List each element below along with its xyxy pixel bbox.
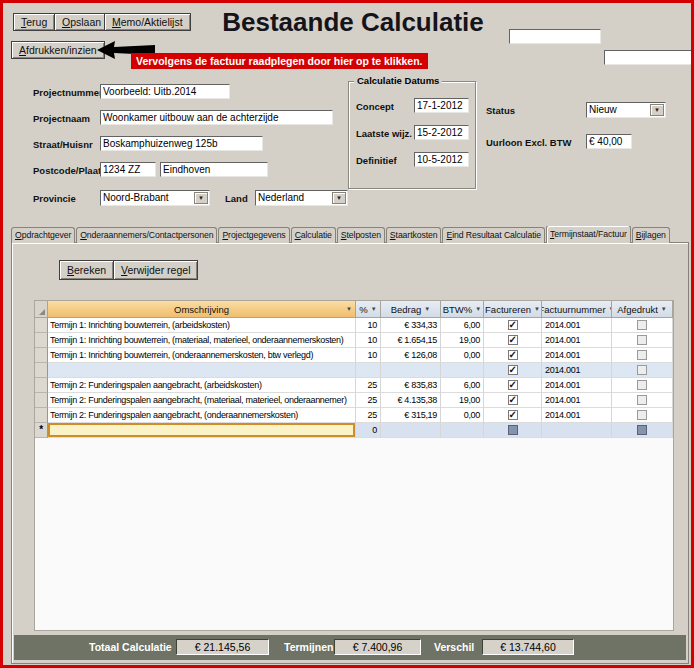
afgedrukt-checkbox[interactable] bbox=[637, 335, 647, 345]
filter-arrow-icon[interactable]: ▼ bbox=[534, 306, 540, 312]
btw-cell[interactable]: 19,00 bbox=[441, 393, 484, 408]
select-all-cell[interactable] bbox=[35, 301, 48, 318]
btw-cell[interactable]: 6,00 bbox=[441, 378, 484, 393]
pct-cell[interactable]: 25 bbox=[356, 393, 381, 408]
bedrag-cell[interactable] bbox=[381, 423, 441, 438]
afgedrukt-checkbox[interactable] bbox=[637, 425, 647, 435]
terug-button[interactable]: Terug bbox=[13, 13, 55, 31]
pct-cell[interactable]: 10 bbox=[356, 348, 381, 363]
tab-staartkosten[interactable]: Staartkosten bbox=[386, 227, 442, 243]
bereken-button[interactable]: Bereken bbox=[59, 260, 114, 280]
afgedrukt-cell[interactable] bbox=[612, 393, 673, 408]
bedrag-cell[interactable]: € 4.135,38 bbox=[381, 393, 441, 408]
afgedrukt-cell[interactable] bbox=[612, 363, 673, 378]
afgedrukt-checkbox[interactable] bbox=[637, 380, 647, 390]
afgedrukt-cell[interactable] bbox=[612, 348, 673, 363]
bedrag-cell[interactable]: € 315,19 bbox=[381, 408, 441, 423]
column-header-bedrag[interactable]: Bedrag▼ bbox=[381, 301, 441, 318]
factureren-cell[interactable] bbox=[484, 318, 542, 333]
btw-cell[interactable]: 6,00 bbox=[441, 318, 484, 333]
filter-arrow-icon[interactable]: ▼ bbox=[475, 306, 481, 312]
definitief-date-input[interactable]: 10-5-2012 bbox=[414, 152, 469, 167]
row-selector[interactable] bbox=[35, 393, 48, 408]
filter-arrow-icon[interactable]: ▼ bbox=[661, 306, 667, 312]
btw-cell[interactable]: 0,00 bbox=[441, 408, 484, 423]
factuurnummer-cell[interactable]: 2014.001 bbox=[542, 333, 612, 348]
opslaan-button[interactable]: Opslaan bbox=[54, 13, 109, 31]
column-header--[interactable]: %▼ bbox=[356, 301, 381, 318]
factureren-checkbox[interactable] bbox=[508, 395, 518, 405]
afgedrukt-cell[interactable] bbox=[612, 318, 673, 333]
factureren-checkbox[interactable] bbox=[508, 425, 518, 435]
omschrijving-cell[interactable] bbox=[48, 363, 356, 378]
factuurnummer-cell[interactable]: 2014.001 bbox=[542, 318, 612, 333]
factureren-checkbox[interactable] bbox=[508, 410, 518, 420]
pct-cell[interactable]: 25 bbox=[356, 378, 381, 393]
filter-arrow-icon[interactable]: ▼ bbox=[371, 306, 377, 312]
chevron-down-icon[interactable]: ▼ bbox=[332, 192, 346, 204]
column-header-btw-[interactable]: BTW%▼ bbox=[441, 301, 484, 318]
factureren-cell[interactable] bbox=[484, 423, 542, 438]
btw-cell[interactable] bbox=[441, 423, 484, 438]
tab-projectgegevens[interactable]: Projectgegevens bbox=[218, 227, 289, 243]
omschrijving-cell[interactable]: Termijn 2: Funderingspalen aangebracht, … bbox=[48, 378, 356, 393]
omschrijving-cell[interactable]: Termijn 1: Inrichting bouwterrein, (onde… bbox=[48, 348, 356, 363]
chevron-down-icon[interactable]: ▼ bbox=[194, 192, 208, 204]
pct-cell[interactable]: 10 bbox=[356, 333, 381, 348]
factuurnummer-cell[interactable]: 2014.001 bbox=[542, 408, 612, 423]
pct-cell[interactable]: 25 bbox=[356, 408, 381, 423]
header-field-2[interactable] bbox=[604, 50, 692, 65]
btw-cell[interactable]: 0,00 bbox=[441, 348, 484, 363]
projectnaam-input[interactable]: Woonkamer uitbouw aan de achterzijde bbox=[100, 110, 333, 125]
factureren-cell[interactable] bbox=[484, 333, 542, 348]
factureren-checkbox[interactable] bbox=[508, 365, 518, 375]
row-selector[interactable] bbox=[35, 333, 48, 348]
afgedrukt-checkbox[interactable] bbox=[637, 365, 647, 375]
afgedrukt-checkbox[interactable] bbox=[637, 410, 647, 420]
factuurnummer-cell[interactable]: 2014.001 bbox=[542, 378, 612, 393]
bedrag-cell[interactable]: € 334,33 bbox=[381, 318, 441, 333]
btw-cell[interactable] bbox=[441, 363, 484, 378]
bedrag-cell[interactable]: € 1.654,15 bbox=[381, 333, 441, 348]
column-header-afgedrukt[interactable]: Afgedrukt▼ bbox=[612, 301, 673, 318]
filter-arrow-icon[interactable]: ▼ bbox=[346, 306, 352, 312]
column-header-omschrijving[interactable]: Omschrijving▼ bbox=[48, 301, 356, 318]
concept-date-input[interactable]: 17-1-2012 bbox=[414, 98, 469, 113]
afdrukken-inzien-button[interactable]: Afdrukken/inzien bbox=[11, 41, 105, 59]
column-header-factuurnummer[interactable]: Factuurnummer▼ bbox=[542, 301, 612, 318]
row-selector[interactable] bbox=[35, 408, 48, 423]
laatste-wijz-date-input[interactable]: 15-2-2012 bbox=[414, 125, 469, 140]
tab-bijlagen[interactable]: Bijlagen bbox=[632, 227, 670, 243]
factureren-cell[interactable] bbox=[484, 378, 542, 393]
land-dropdown[interactable]: Nederland ▼ bbox=[255, 190, 348, 206]
tab-termijnstaat-factuur[interactable]: Termijnstaat/Factuur bbox=[546, 226, 631, 243]
afgedrukt-checkbox[interactable] bbox=[637, 320, 647, 330]
factureren-cell[interactable] bbox=[484, 408, 542, 423]
uurloon-input[interactable]: € 40,00 bbox=[586, 134, 632, 149]
tab-stelposten[interactable]: Stelposten bbox=[337, 227, 385, 243]
column-header-factureren[interactable]: Factureren▼ bbox=[484, 301, 542, 318]
afgedrukt-cell[interactable] bbox=[612, 408, 673, 423]
factureren-checkbox[interactable] bbox=[508, 380, 518, 390]
bedrag-cell[interactable]: € 835,83 bbox=[381, 378, 441, 393]
factureren-checkbox[interactable] bbox=[508, 350, 518, 360]
chevron-down-icon[interactable]: ▼ bbox=[650, 104, 664, 116]
afgedrukt-cell[interactable] bbox=[612, 378, 673, 393]
factureren-checkbox[interactable] bbox=[508, 335, 518, 345]
provincie-dropdown[interactable]: Noord-Brabant ▼ bbox=[100, 190, 210, 206]
status-dropdown[interactable]: Nieuw ▼ bbox=[586, 102, 666, 118]
straat-huisnr-input[interactable]: Boskamphuizenweg 125b bbox=[100, 136, 263, 151]
factuurnummer-cell[interactable]: 2014.001 bbox=[542, 393, 612, 408]
pct-cell[interactable]: 10 bbox=[356, 318, 381, 333]
factuurnummer-cell[interactable]: 2014.001 bbox=[542, 363, 612, 378]
afgedrukt-checkbox[interactable] bbox=[637, 395, 647, 405]
factureren-cell[interactable] bbox=[484, 363, 542, 378]
row-selector[interactable] bbox=[35, 378, 48, 393]
filter-arrow-icon[interactable]: ▼ bbox=[424, 306, 430, 312]
afgedrukt-cell[interactable] bbox=[612, 333, 673, 348]
factureren-checkbox[interactable] bbox=[508, 320, 518, 330]
row-selector[interactable] bbox=[35, 318, 48, 333]
afgedrukt-cell[interactable] bbox=[612, 423, 673, 438]
postcode-input[interactable]: 1234 ZZ bbox=[100, 162, 156, 177]
header-field-1[interactable] bbox=[509, 29, 601, 44]
